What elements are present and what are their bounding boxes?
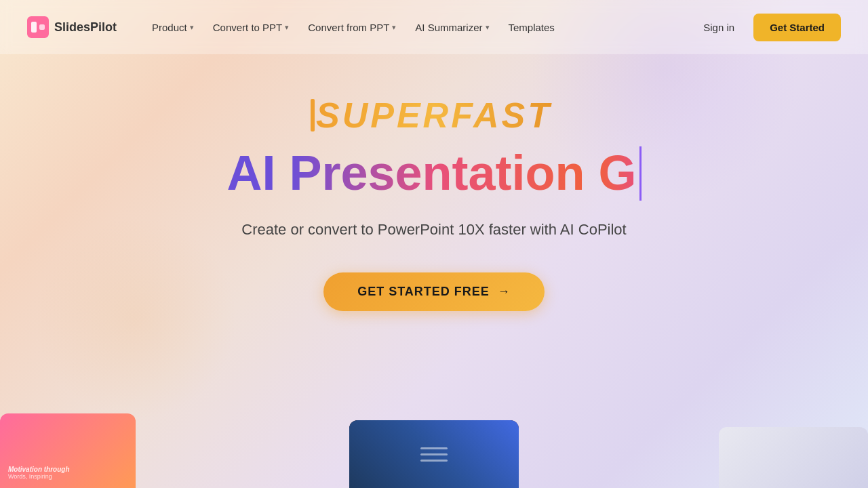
heading-g: G bbox=[599, 146, 637, 200]
nav-item-product[interactable]: Product ▾ bbox=[144, 16, 202, 39]
hero-section: SUPERFAST AI Presentation G Create or co… bbox=[0, 54, 868, 338]
nav-right: Sign in Get Started bbox=[695, 14, 841, 41]
svg-rect-2 bbox=[39, 24, 45, 30]
nav-item-templates[interactable]: Templates bbox=[500, 16, 563, 39]
svg-rect-1 bbox=[31, 22, 37, 33]
nav-item-convert-to-ppt[interactable]: Convert to PPT ▾ bbox=[205, 16, 298, 39]
chevron-down-icon: ▾ bbox=[486, 23, 490, 32]
cta-button[interactable]: GET STARTED FREE → bbox=[323, 272, 545, 311]
nav-item-convert-from-ppt[interactable]: Convert from PPT ▾ bbox=[300, 16, 404, 39]
superfast-label: SUPERFAST bbox=[316, 95, 552, 136]
heading-presentation: Presentation bbox=[289, 146, 585, 200]
preview-dot-3 bbox=[420, 460, 448, 462]
preview-left-text2: Words, Inspiring bbox=[8, 473, 127, 480]
navbar: SlidesPilot Product ▾ Convert to PPT ▾ C… bbox=[0, 0, 868, 54]
main-heading: AI Presentation G bbox=[226, 146, 641, 201]
get-started-button[interactable]: Get Started bbox=[753, 14, 841, 41]
hero-subtitle: Create or convert to PowerPoint 10X fast… bbox=[241, 221, 626, 239]
chevron-down-icon: ▾ bbox=[190, 23, 194, 32]
preview-card-right bbox=[719, 427, 868, 488]
preview-dot-2 bbox=[420, 453, 448, 455]
brand-name: SlidesPilot bbox=[54, 20, 117, 35]
preview-card-center bbox=[349, 420, 519, 488]
sign-in-link[interactable]: Sign in bbox=[695, 16, 743, 39]
cta-label: GET STARTED FREE bbox=[357, 285, 490, 299]
nav-item-ai-summarizer[interactable]: AI Summarizer ▾ bbox=[407, 16, 497, 39]
preview-card-left: Motivation through Words, Inspiring bbox=[0, 413, 136, 488]
chevron-down-icon: ▾ bbox=[392, 23, 396, 32]
chevron-down-icon: ▾ bbox=[285, 23, 289, 32]
preview-center-inner bbox=[349, 420, 519, 488]
arrow-icon: → bbox=[498, 285, 511, 299]
preview-dot-1 bbox=[420, 447, 448, 449]
heading-ai: AI bbox=[226, 146, 275, 200]
nav-links: Product ▾ Convert to PPT ▾ Convert from … bbox=[144, 16, 695, 39]
preview-left-text1: Motivation through bbox=[8, 466, 127, 473]
logo-icon bbox=[27, 16, 49, 38]
svg-rect-0 bbox=[27, 16, 49, 38]
logo[interactable]: SlidesPilot bbox=[27, 16, 117, 38]
text-cursor bbox=[639, 146, 642, 201]
preview-section: Motivation through Words, Inspiring bbox=[0, 407, 868, 488]
